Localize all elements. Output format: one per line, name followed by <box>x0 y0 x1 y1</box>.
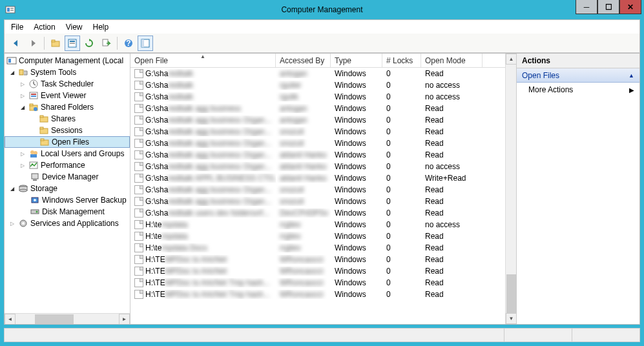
list-row[interactable]: G:\shareditalk APPL BUSINESS CTG...aldan… <box>130 172 505 184</box>
col-type[interactable]: Type <box>331 54 382 67</box>
export-button[interactable] <box>98 36 114 51</box>
backup-icon <box>30 195 40 205</box>
forward-button[interactable] <box>25 36 41 51</box>
toolbar: ? <box>4 34 640 53</box>
list-row[interactable]: G:\shareditalk agg business Organ...snoz… <box>130 196 505 207</box>
list-row[interactable]: G:\shareditalkanloganWindows0Read <box>130 68 505 79</box>
file-icon <box>134 127 143 136</box>
menu-help[interactable]: Help <box>93 23 109 32</box>
tree-device-manager[interactable]: Device Manager <box>5 171 130 183</box>
cell-mode: no access <box>421 162 483 171</box>
scroll-left-icon[interactable]: ◄ <box>5 314 16 325</box>
actions-more[interactable]: More Actions ▶ <box>517 83 639 97</box>
file-path: H:\TE <box>145 278 165 287</box>
tree-system-tools[interactable]: System Tools <box>5 66 130 78</box>
scroll-down-icon[interactable]: ▼ <box>506 313 517 324</box>
list-row[interactable]: G:\shareditalkrgulikWindows0no access <box>130 91 505 103</box>
cell-type: Windows <box>331 197 382 206</box>
expand-icon[interactable] <box>19 92 26 99</box>
minimize-button[interactable]: ─ <box>576 0 597 14</box>
file-icon <box>134 139 143 148</box>
cell-mode: no access <box>421 92 483 101</box>
scroll-right-icon[interactable]: ► <box>119 314 130 325</box>
scroll-thumb[interactable] <box>506 274 516 313</box>
shared-folders-icon <box>28 102 39 112</box>
list-row[interactable]: G:\shareditalk users dev foldersvrf...De… <box>130 207 505 219</box>
back-button[interactable] <box>8 36 24 51</box>
list-row[interactable]: G:\shareditalk agg business Organ...alda… <box>130 161 505 172</box>
expand-icon[interactable] <box>19 150 26 158</box>
tree-task-scheduler[interactable]: Task Scheduler <box>5 78 130 90</box>
col-open-file[interactable]: Open File▲ <box>130 54 276 67</box>
accessed-by-blur: rgulier <box>280 81 301 90</box>
expand-icon[interactable] <box>8 219 16 227</box>
tree-services[interactable]: Services and Applications <box>5 218 130 229</box>
tree-event-viewer[interactable]: Event Viewer <box>5 90 130 101</box>
list-row[interactable]: G:\shareditalk agg business Organ...snoz… <box>130 184 505 196</box>
list-row[interactable]: H:\tempdatarrglievWindows0no access <box>130 219 505 230</box>
expand-icon[interactable] <box>19 161 26 169</box>
svg-point-38 <box>19 189 27 192</box>
list-row[interactable]: G:\shareditalkrgulierWindows0no access <box>130 79 505 91</box>
cell-locks: 0 <box>382 220 421 229</box>
list-row[interactable]: H:\TEMPDoc to ArtcNetWRoncaocciWindows0R… <box>130 265 505 277</box>
help-button[interactable]: ? <box>121 36 136 51</box>
expand-icon[interactable] <box>19 103 26 111</box>
list-vscrollbar[interactable]: ▲ ▼ <box>505 54 516 324</box>
tree-hscrollbar[interactable]: ◄ ► <box>5 313 130 324</box>
actions-section-open-files[interactable]: Open Files ▲ <box>517 68 639 83</box>
cell-locks: 0 <box>382 127 421 136</box>
file-path-blur: reditalk <box>168 69 193 78</box>
svg-rect-19 <box>31 94 36 95</box>
list-row[interactable]: G:\shareditalk agg business Organ...snoz… <box>130 137 505 149</box>
accessed-by-blur: rrgliev <box>280 232 301 241</box>
cell-type: Windows <box>331 127 382 136</box>
cell-type: Windows <box>331 209 382 218</box>
list-row[interactable]: G:\shareditalk agg business Organ...alda… <box>130 149 505 161</box>
properties-button[interactable] <box>65 36 80 51</box>
view-button[interactable] <box>138 36 153 51</box>
expand-icon[interactable] <box>8 185 16 192</box>
col-locks[interactable]: # Locks <box>382 54 421 67</box>
list-row[interactable]: H:\TEMPDoc to ArtcNet Tmp hash...WRoncao… <box>130 277 505 289</box>
tree-root[interactable]: Computer Management (Local <box>5 55 130 66</box>
list-row[interactable]: H:\tempdatarrglievWindows0Read <box>130 230 505 242</box>
menu-action[interactable]: Action <box>34 23 55 32</box>
list-row[interactable]: H:\TEMPDoc to ArtcNet Tmp hash...WRoncao… <box>130 289 505 300</box>
cell-type: Windows <box>331 139 382 148</box>
menu-file[interactable]: File <box>11 23 23 32</box>
tree-disk-mgmt[interactable]: Disk Management <box>5 206 130 218</box>
scroll-up-icon[interactable]: ▲ <box>506 54 517 65</box>
close-button[interactable]: ✕ <box>619 0 641 14</box>
maximize-button[interactable]: ☐ <box>597 0 619 14</box>
col-open-mode[interactable]: Open Mode <box>421 54 483 67</box>
tree-ws-backup[interactable]: Windows Server Backup <box>5 194 130 206</box>
expand-icon[interactable] <box>8 68 16 76</box>
tree-storage[interactable]: Storage <box>5 183 130 194</box>
cell-type: Windows <box>331 290 382 299</box>
tree-local-users[interactable]: Local Users and Groups <box>5 148 130 159</box>
list-row[interactable]: G:\shareditalk agg businessanloganWindow… <box>130 103 505 114</box>
svg-rect-7 <box>70 41 75 42</box>
scroll-thumb[interactable] <box>35 314 74 324</box>
tree-sessions[interactable]: Sessions <box>5 125 130 136</box>
refresh-button[interactable] <box>81 36 97 51</box>
file-path-blur: reditalk <box>168 92 193 101</box>
list-row[interactable]: H:\TEMPDoc to ArtcNetWRoncaocciWindows0R… <box>130 254 505 265</box>
cell-locks: 0 <box>382 232 421 241</box>
up-folder-button[interactable] <box>48 36 63 51</box>
file-path: G:\sha <box>145 139 168 148</box>
cell-mode: Read <box>421 267 483 276</box>
list-row[interactable]: G:\shareditalk agg business Organ...snoz… <box>130 126 505 137</box>
tree-shared-folders[interactable]: Shared Folders <box>5 101 130 113</box>
computer-mgmt-icon <box>6 56 17 66</box>
col-accessed-by[interactable]: Accessed By <box>276 54 331 67</box>
menu-view[interactable]: View <box>66 23 83 32</box>
tree-open-files[interactable]: Open Files <box>5 136 130 148</box>
tree-shares[interactable]: Shares <box>5 113 130 125</box>
file-path: H:\TE <box>145 290 165 299</box>
list-row[interactable]: G:\shareditalk agg business Organ...anlo… <box>130 114 505 126</box>
expand-icon[interactable] <box>19 80 26 88</box>
list-row[interactable]: H:\tempdata DocsrrglievWindows0Read <box>130 242 505 254</box>
tree-performance[interactable]: Performance <box>5 159 130 171</box>
